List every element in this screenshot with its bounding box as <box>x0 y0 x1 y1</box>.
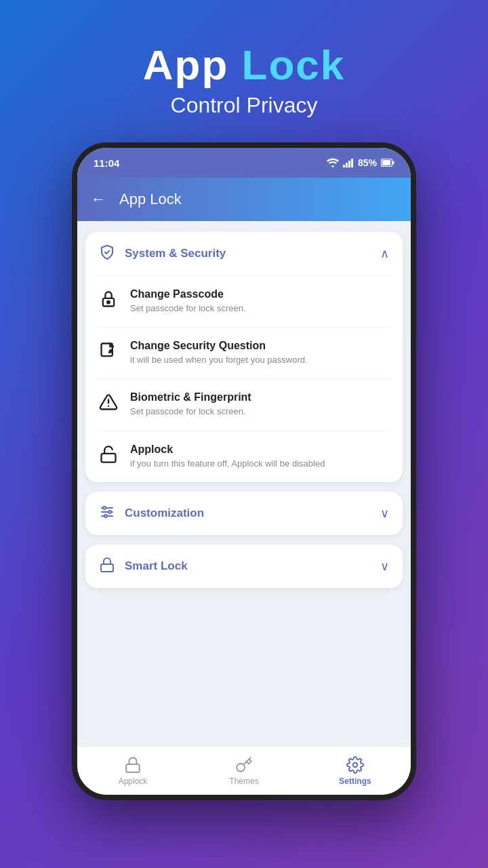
bottom-nav: Applock Themes Settings <box>77 746 411 795</box>
app-header: App Lock Control Privacy <box>143 41 345 118</box>
svg-point-9 <box>107 301 110 304</box>
app-bar-title: App Lock <box>119 191 182 208</box>
system-security-chevron: ∧ <box>380 246 389 261</box>
svg-point-17 <box>103 507 106 509</box>
unlock-icon <box>99 445 118 464</box>
status-bar: 11:04 85% <box>77 148 411 178</box>
phone-frame: 11:04 85% ← App Lock <box>72 142 416 800</box>
svg-rect-13 <box>102 453 116 462</box>
change-security-item[interactable]: Change Security Question it will be used… <box>85 328 403 378</box>
lock-key-icon <box>99 290 118 309</box>
battery-text: 85% <box>358 157 377 168</box>
smart-lock-header[interactable]: Smart Lock ∨ <box>85 545 403 588</box>
triangle-alert-icon <box>99 393 118 412</box>
system-security-title: System & Security <box>125 247 226 260</box>
svg-point-18 <box>108 511 111 513</box>
customization-card: Customization ∨ <box>85 492 403 535</box>
smart-lock-title: Smart Lock <box>125 559 188 573</box>
phone-content: System & Security ∧ Change Passcode <box>77 221 411 746</box>
app-bar: ← App Lock <box>77 178 411 221</box>
applock-subtitle: if you turn this feature off, Applock wi… <box>130 458 325 470</box>
biometric-item[interactable]: Biometric & Fingerprint Set passcode for… <box>85 379 403 430</box>
change-passcode-title: Change Passcode <box>130 288 246 300</box>
change-security-subtitle: it will be used when you forget you pass… <box>130 354 308 366</box>
nav-settings-label: Settings <box>339 776 371 786</box>
system-security-header[interactable]: System & Security ∧ <box>85 232 403 275</box>
applock-title: Applock <box>130 443 325 456</box>
status-icons: 85% <box>327 157 394 168</box>
smart-lock-icon <box>99 557 115 576</box>
svg-rect-2 <box>348 161 350 167</box>
svg-rect-0 <box>343 165 345 167</box>
svg-rect-5 <box>392 161 394 165</box>
customization-header[interactable]: Customization ∨ <box>85 492 403 535</box>
svg-rect-3 <box>351 159 353 167</box>
applock-item[interactable]: Applock if you turn this feature off, Ap… <box>85 431 403 482</box>
svg-rect-20 <box>101 564 113 572</box>
system-security-card: System & Security ∧ Change Passcode <box>85 232 403 482</box>
biometric-subtitle: Set passcode for lock screen. <box>130 406 251 418</box>
customization-title: Customization <box>125 507 204 520</box>
customization-chevron: ∨ <box>380 506 389 521</box>
svg-rect-6 <box>382 160 390 165</box>
svg-point-19 <box>104 515 107 517</box>
nav-settings[interactable]: Settings <box>300 756 411 786</box>
change-passcode-subtitle: Set passcode for lock screen. <box>130 302 246 315</box>
edit-icon <box>99 341 118 360</box>
biometric-title: Biometric & Fingerprint <box>130 391 251 403</box>
svg-rect-21 <box>126 764 140 772</box>
smart-lock-card: Smart Lock ∨ <box>85 545 403 588</box>
time: 11:04 <box>94 157 119 169</box>
app-title: App Lock <box>143 41 345 89</box>
nav-themes[interactable]: Themes <box>188 756 300 786</box>
nav-applock-label: Applock <box>119 776 148 786</box>
app-subtitle: Control Privacy <box>143 93 345 118</box>
svg-rect-1 <box>346 163 348 167</box>
back-button[interactable]: ← <box>91 191 106 208</box>
nav-applock[interactable]: Applock <box>77 756 188 786</box>
change-security-title: Change Security Question <box>130 340 308 352</box>
smart-lock-chevron: ∨ <box>380 559 389 574</box>
sliders-icon <box>99 504 115 523</box>
nav-themes-label: Themes <box>229 776 258 786</box>
change-passcode-item[interactable]: Change Passcode Set passcode for lock sc… <box>85 276 403 327</box>
svg-point-22 <box>353 762 358 767</box>
shield-icon <box>99 244 115 263</box>
